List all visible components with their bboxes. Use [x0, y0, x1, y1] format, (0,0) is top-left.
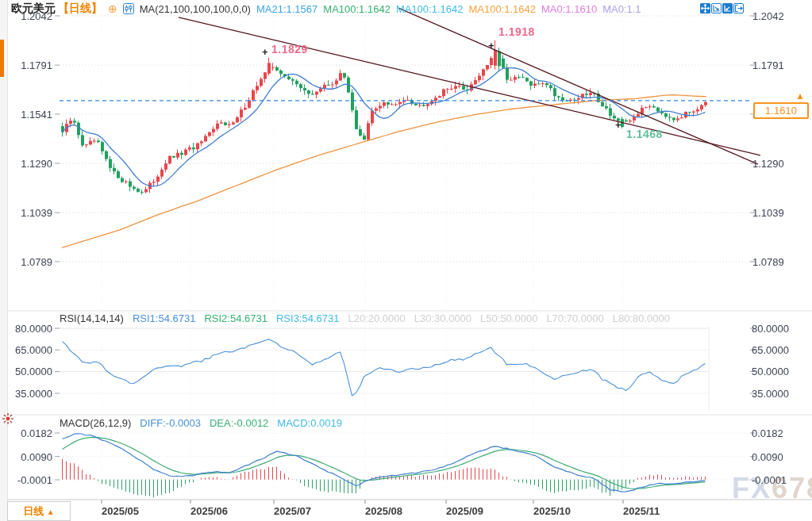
ma-value-label: MA100:1.1642: [396, 3, 464, 15]
chevron-up-icon: ▲: [47, 508, 55, 516]
rsi-axis-label: 80.0000: [752, 323, 810, 335]
swing-high-marker: +: [488, 40, 495, 52]
rsi-legend-item: L30:30.0000: [414, 312, 471, 324]
price-chart-canvas[interactable]: [0, 0, 812, 521]
rsi-legend-item: RSI1:54.6731: [133, 312, 196, 324]
ma-value-label: MA0:1.1610: [541, 3, 597, 15]
symbol-title: 欧元美元: [11, 2, 56, 16]
period-selector-label: 日线: [23, 505, 44, 517]
x-axis-month-label: 2025/08: [365, 505, 402, 517]
macd-legend-item: DEA:-0.0012: [210, 417, 268, 429]
rsi-axis-label: 50.0000: [6, 366, 52, 377]
ma-settings-label: MA(21,100,100,100,0,0): [140, 3, 251, 15]
ma-value-label: MA100:1.1642: [468, 3, 536, 15]
macd-legend-item: MACD:0.0019: [277, 417, 342, 429]
macd-axis-label: 0.0182: [6, 427, 52, 439]
rsi-legend-item: L50:50.0000: [480, 312, 537, 324]
price-axis-label: 1.1039: [6, 207, 52, 219]
crosshair-marker-icon[interactable]: [2, 412, 14, 425]
macd-header: MACD(26,12,9) DIFF:-0.0003 DEA:-0.0012 M…: [60, 417, 342, 429]
price-axis-label: 1.1791: [752, 59, 810, 71]
macd-legend-item: DIFF:-0.0003: [140, 417, 201, 429]
price-axis-label: 1.1039: [752, 207, 810, 219]
swing-high-marker: +: [262, 46, 268, 58]
bottom-bar: 日线 ▲ 2025/05 2025/06 2025/07 2025/08 202…: [7, 500, 812, 521]
rsi-legend-item: RSI3:54.6731: [276, 312, 340, 324]
rsi-name: RSI(14,14,14): [60, 312, 124, 324]
period-tag: 【日线】: [58, 2, 102, 16]
swing-high-label: 1.1829: [271, 43, 308, 56]
ma-value-label: MA100:1.1642: [323, 3, 391, 15]
ma-value-label: MA0:1.1: [602, 3, 641, 15]
swing-high-label: 1.1918: [498, 25, 535, 38]
macd-axis-label: -0.0001: [752, 474, 810, 486]
x-axis-month-label: 2025/07: [274, 505, 311, 517]
macd-axis-label: 0.0090: [752, 451, 810, 463]
chart-header: 欧元美元【日线】 ⊕ MA(21,100,100,100,0,0) MA21:1…: [11, 2, 641, 16]
rail-accent-strip: [0, 40, 4, 77]
rsi-axis-label: 35.0000: [752, 388, 810, 400]
macd-name: MACD(26,12,9): [60, 417, 131, 429]
rsi-axis-label: 35.0000: [6, 388, 52, 400]
axis-scale-right-icon[interactable]: [722, 2, 733, 13]
macd-axis-label: 0.0182: [752, 427, 810, 439]
rsi-legend-item: RSI2:54.6731: [204, 312, 267, 324]
price-axis-label: 1.1290: [6, 158, 52, 170]
axis-scale-left-icon[interactable]: [711, 2, 722, 13]
price-axis-label: 1.1290: [752, 158, 810, 170]
macd-axis-label: -0.0001: [6, 474, 52, 486]
chart-toolbar: [700, 2, 744, 13]
price-axis-label: 1.1791: [6, 59, 52, 71]
current-price-badge: 1.1610: [753, 102, 809, 119]
x-axis-month-label: 2025/11: [623, 505, 660, 517]
rsi-axis-label: 65.0000: [752, 344, 810, 356]
swing-low-label: 1.1468: [626, 128, 663, 140]
macd-axis-label: 0.0090: [6, 451, 52, 463]
swing-low-marker: +: [615, 119, 622, 131]
rsi-axis-label: 50.0000: [752, 366, 810, 377]
x-axis-month-label: 2025/05: [102, 505, 139, 517]
circle-plus-icon[interactable]: ⊕: [108, 3, 117, 14]
rsi-legend-item: L70:70.0000: [546, 312, 603, 324]
price-axis-label: 1.0789: [752, 256, 810, 268]
rsi-header: RSI(14,14,14) RSI1:54.6731 RSI2:54.6731 …: [60, 312, 670, 324]
rsi-legend-item: L20:20.0000: [348, 312, 405, 324]
chart-app: FX678 欧元美元【日线】 ⊕ MA(21,100,100: [0, 0, 812, 521]
candlestick-chart-icon[interactable]: [123, 3, 134, 14]
rsi-axis-label: 65.0000: [6, 344, 52, 356]
move-icon[interactable]: [700, 2, 710, 13]
ma-value-label: MA21:1.1567: [256, 3, 317, 15]
rsi-axis-label: 80.0000: [6, 323, 52, 335]
price-axis-label: 1.1541: [6, 109, 52, 121]
rsi-legend-item: L80:80.0000: [613, 312, 670, 324]
x-axis-month-label: 2025/09: [446, 505, 483, 517]
price-axis-label: 1.0789: [6, 256, 52, 268]
exit-right-icon[interactable]: [733, 2, 744, 13]
x-axis-month-label: 2025/10: [533, 505, 571, 517]
price-axis-label: 1.2042: [752, 10, 810, 22]
period-selector-button[interactable]: 日线 ▲: [7, 501, 71, 521]
price-up-arrow-icon: ▲: [795, 90, 805, 102]
x-axis-month-label: 2025/06: [190, 505, 228, 517]
